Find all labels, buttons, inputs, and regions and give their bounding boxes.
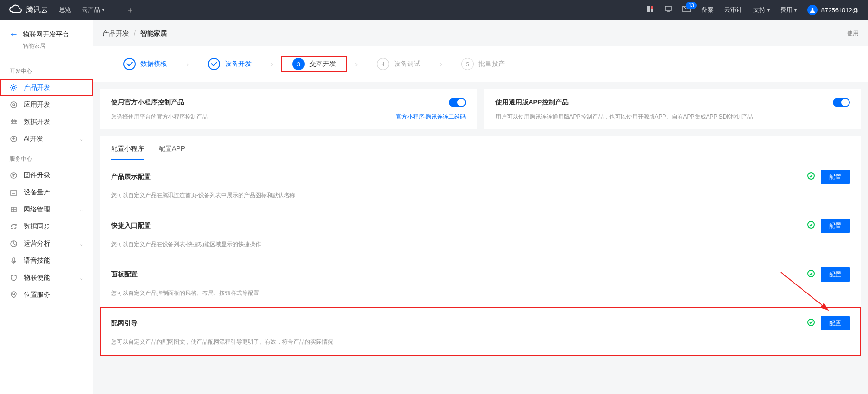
config-button[interactable]: 配置: [821, 170, 850, 184]
nav-fee[interactable]: 费用 ▾: [780, 6, 797, 14]
svg-rect-4: [665, 6, 671, 10]
svg-point-9: [13, 104, 15, 106]
brand-logo[interactable]: 腾讯云: [9, 4, 48, 16]
sidebar-item-iot-enable[interactable]: 物联使能⌄: [0, 269, 93, 286]
mic-icon: [9, 257, 18, 265]
network-icon: [9, 205, 18, 214]
sidebar-item-data-dev[interactable]: 数据开发: [0, 113, 93, 130]
logo-icon: [9, 4, 22, 16]
add-tab-button[interactable]: ＋: [126, 4, 134, 16]
card-miniprogram: 使用官方小程序控制产品 您选择使用平台的官方小程序控制产品 官方小程序-腾讯连连…: [100, 89, 477, 129]
section-desc: 您可以自定义产品在腾讯连连首页-设备列表中展示的产品图标和默认名称: [111, 192, 850, 200]
section-panel-config: 面板配置 配置 您可以自定义产品控制面板的风格、布局、按钮样式等配置: [100, 258, 861, 307]
section-title: 面板配置: [111, 270, 138, 279]
upgrade-icon: [9, 171, 18, 180]
chevron-down-icon: ⌄: [79, 207, 83, 212]
nav-overview[interactable]: 总览: [59, 6, 71, 14]
sidebar-item-location[interactable]: 位置服务: [0, 286, 93, 303]
console-icon[interactable]: [664, 5, 672, 15]
data-icon: [9, 118, 18, 126]
sidebar-section-service: 服务中心: [0, 147, 93, 167]
step-4[interactable]: 4设备调试: [377, 58, 420, 70]
section-desc: 您可以自定义产品控制面板的风格、布局、按钮样式等配置: [111, 289, 850, 297]
sidebar-item-product-dev[interactable]: 产品开发: [0, 79, 93, 96]
svg-point-7: [13, 87, 15, 89]
nav-audit[interactable]: 云审计: [724, 6, 743, 14]
sidebar-label: 数据开发: [24, 118, 50, 126]
toggle-miniprogram[interactable]: [449, 98, 466, 107]
sidebar-item-network[interactable]: 网络管理⌄: [0, 201, 93, 218]
config-tabs: 配置小程序 配置APP: [111, 145, 850, 160]
crumb-current: 智能家居: [140, 29, 167, 37]
tab-miniprogram[interactable]: 配置小程序: [111, 145, 144, 160]
step-number: 5: [461, 58, 474, 70]
sidebar-label: 物联使能: [24, 274, 50, 282]
section-title: 产品展示配置: [111, 173, 151, 181]
config-button[interactable]: 配置: [821, 267, 850, 282]
section-network-guide: 配网引导 配置 您可以自定义产品的配网图文，使产品配网流程引导更明了、有效，符合…: [100, 307, 861, 356]
tab-app[interactable]: 配置APP: [159, 145, 185, 160]
sidebar-item-sync[interactable]: 数据同步: [0, 218, 93, 235]
avatar-icon: [807, 5, 818, 15]
check-icon: [208, 58, 220, 70]
sidebar-label: 数据同步: [24, 222, 50, 231]
mail-icon[interactable]: 13: [682, 6, 691, 14]
chevron-right-icon: ›: [271, 59, 273, 69]
nav-products[interactable]: 云产品 ▾: [82, 6, 104, 14]
grid-icon[interactable]: [646, 5, 654, 15]
app-icon: [9, 101, 18, 109]
chevron-right-icon: ›: [355, 59, 358, 69]
chart-icon: [9, 239, 18, 248]
svg-rect-3: [651, 9, 653, 12]
brand-name: 腾讯云: [26, 5, 48, 15]
step-1[interactable]: 数据模板: [123, 58, 167, 70]
sidebar-item-analytics[interactable]: 运营分析⌄: [0, 235, 93, 252]
sidebar-item-firmware[interactable]: 固件升级: [0, 167, 93, 184]
qrcode-link[interactable]: 官方小程序-腾讯连连二维码: [396, 113, 466, 121]
svg-rect-12: [11, 191, 17, 195]
divider: [115, 6, 115, 14]
step-5[interactable]: 5批量投产: [461, 58, 505, 70]
ai-icon: [9, 135, 18, 143]
sidebar-item-ai-dev[interactable]: AI开发 ⌄: [0, 130, 93, 147]
step-2[interactable]: 设备开发: [208, 58, 252, 70]
card-title: 使用通用版APP控制产品: [495, 98, 569, 107]
chevron-down-icon: ▾: [102, 8, 104, 13]
sidebar-item-app-dev[interactable]: 应用开发: [0, 96, 93, 113]
back-arrow-icon: ←: [9, 29, 18, 39]
usage-label: 使用: [847, 29, 859, 37]
sidebar-section-dev: 开发中心: [0, 60, 93, 79]
sidebar-item-voice[interactable]: 语音技能: [0, 252, 93, 269]
svg-point-6: [811, 8, 813, 10]
step-3[interactable]: 3交互开发: [292, 58, 336, 70]
nav-support[interactable]: 支持 ▾: [753, 6, 770, 14]
sidebar-title: 物联网开发平台: [23, 30, 69, 39]
success-icon: [807, 270, 815, 279]
sidebar-item-mass-prod[interactable]: 设备量产: [0, 184, 93, 201]
section-desc: 您可以自定义产品在设备列表-快捷功能区域显示的快捷操作: [111, 240, 850, 248]
gear-icon: [9, 83, 18, 92]
sidebar-label: 固件升级: [24, 171, 50, 180]
shield-icon: [9, 274, 18, 282]
breadcrumb: 产品开发 / 智能家居 使用: [93, 20, 868, 46]
svg-point-16: [13, 293, 15, 295]
sync-icon: [9, 222, 18, 231]
toggle-app[interactable]: [833, 98, 850, 107]
check-icon: [123, 58, 136, 70]
sidebar-back[interactable]: ← 物联网开发平台: [0, 29, 93, 40]
config-button[interactable]: 配置: [821, 219, 850, 233]
location-icon: [9, 291, 18, 299]
config-button[interactable]: 配置: [821, 316, 850, 330]
section-display-config: 产品展示配置 配置 您可以自定义产品在腾讯连连首页-设备列表中展示的产品图标和默…: [100, 160, 861, 209]
sidebar-label: 网络管理: [24, 205, 50, 214]
svg-rect-15: [13, 258, 15, 262]
chevron-down-icon: ⌄: [79, 137, 83, 142]
svg-rect-1: [651, 6, 653, 9]
user-menu[interactable]: 872561012@: [807, 5, 859, 15]
nav-beian[interactable]: 备案: [701, 6, 714, 14]
sidebar-label: 运营分析: [24, 239, 50, 248]
crumb-parent[interactable]: 产品开发: [103, 29, 129, 37]
success-icon: [807, 172, 815, 182]
success-icon: [807, 221, 815, 230]
card-desc: 用户可以使用腾讯连连通用版APP控制产品，也可以使用开源版APP、自有APP集成…: [495, 113, 850, 121]
